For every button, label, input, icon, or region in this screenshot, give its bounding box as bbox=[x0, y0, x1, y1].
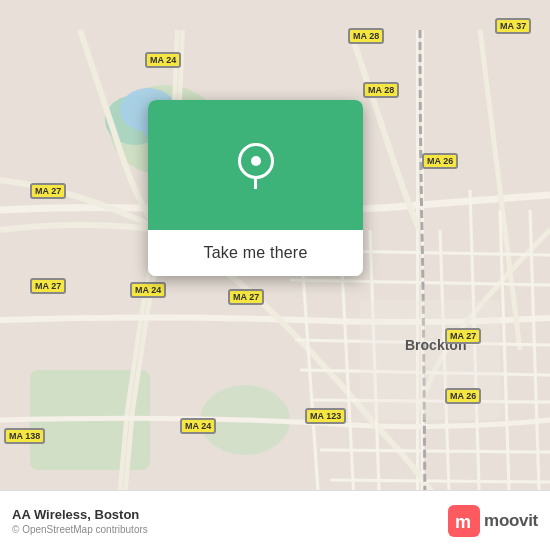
road-badge-ma27-3: MA 27 bbox=[228, 289, 264, 305]
road-badge-ma37: MA 37 bbox=[495, 18, 531, 34]
location-info: AA Wireless, Boston © OpenStreetMap cont… bbox=[12, 507, 148, 535]
bottom-bar: AA Wireless, Boston © OpenStreetMap cont… bbox=[0, 490, 550, 550]
road-badge-ma24-2: MA 24 bbox=[130, 282, 166, 298]
moovit-text: moovit bbox=[484, 511, 538, 531]
road-badge-ma26-2: MA 26 bbox=[445, 388, 481, 404]
popup-map-preview bbox=[148, 100, 363, 230]
road-badge-ma123: MA 123 bbox=[305, 408, 346, 424]
road-badge-ma27-1: MA 27 bbox=[30, 183, 66, 199]
pin-tail bbox=[254, 179, 257, 189]
road-badge-ma24-3: MA 24 bbox=[180, 418, 216, 434]
pin-dot bbox=[251, 156, 261, 166]
location-pin bbox=[238, 143, 274, 187]
road-badge-ma138: MA 138 bbox=[4, 428, 45, 444]
attribution-text: © OpenStreetMap contributors bbox=[12, 524, 148, 535]
map-container: Brockton MA 27 MA 27 MA 24 MA 24 MA 24 M… bbox=[0, 0, 550, 550]
moovit-logo: m moovit bbox=[448, 505, 538, 537]
svg-line-21 bbox=[320, 450, 550, 452]
road-badge-ma28-1: MA 28 bbox=[348, 28, 384, 44]
road-badge-ma24-1: MA 24 bbox=[145, 52, 181, 68]
road-badge-ma28-2: MA 28 bbox=[363, 82, 399, 98]
svg-text:m: m bbox=[455, 512, 471, 532]
road-badge-ma27-2: MA 27 bbox=[30, 278, 66, 294]
pin-circle bbox=[238, 143, 274, 179]
svg-line-22 bbox=[330, 480, 550, 482]
road-badge-ma26-1: MA 26 bbox=[422, 153, 458, 169]
popup-card: Take me there bbox=[148, 100, 363, 276]
road-badge-ma27-4: MA 27 bbox=[445, 328, 481, 344]
take-me-there-button[interactable]: Take me there bbox=[148, 230, 363, 276]
location-name: AA Wireless, Boston bbox=[12, 507, 148, 522]
moovit-icon: m bbox=[448, 505, 480, 537]
